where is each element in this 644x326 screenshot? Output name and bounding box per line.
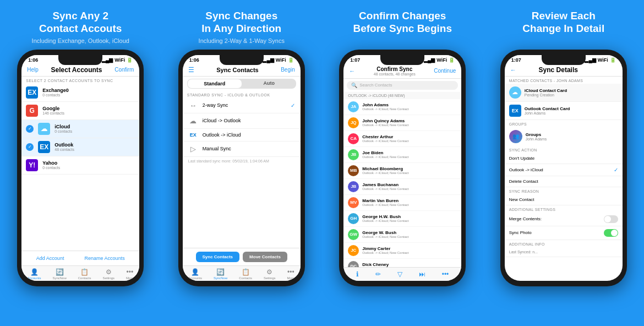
contact-john-adams[interactable]: JA John Adams Outlook -> iCloud; New Con… <box>343 99 461 115</box>
phone-1: 1:06 ▂▄▆ WiFi 🔋 Help Select Accounts Con… <box>17 50 144 286</box>
more-tab-icon: ••• <box>127 268 134 276</box>
twoway-check: ✓ <box>291 102 295 108</box>
add-account-button[interactable]: Add Account <box>36 256 64 261</box>
action-outlook-icloud[interactable]: Outlook -> iCloud ✓ <box>505 164 623 176</box>
sync-option-manual[interactable]: ▷ Manual Sync <box>183 142 301 157</box>
info-jb: Joe Biden Outlook -> iCloud; New Contact <box>362 150 457 159</box>
more-icon-3[interactable]: ••• <box>442 270 449 278</box>
info-jqa: John Quincy Adams Outlook -> iCloud; New… <box>362 118 457 127</box>
tab-settings-1[interactable]: ⚙ Settings <box>102 268 114 280</box>
back-arrow-4[interactable]: ← <box>510 67 516 73</box>
account-exchange[interactable]: EX Exchange0 0 contacts <box>21 84 139 102</box>
accounts-tab-label: Accounts <box>28 276 41 280</box>
continue-button[interactable]: Continue <box>434 68 456 74</box>
account-outlook[interactable]: ✓ EX Outlook 48 contacts <box>21 138 139 156</box>
sub-jbuc: Outlook -> iCloud; New Contact <box>362 187 457 191</box>
outlook-name: Outlook <box>54 142 135 148</box>
phone-4-notch <box>542 55 586 65</box>
twoway-label: 2-way Sync <box>203 102 286 108</box>
tab-accounts-1[interactable]: 👤 Accounts <box>28 268 41 280</box>
avatar-jc: JC <box>348 245 359 256</box>
contact-vanburen[interactable]: MV Martin Van Buren Outlook -> iCloud; N… <box>343 195 461 211</box>
nav-center-3: Confirm Sync <box>355 66 434 72</box>
contact-chester-arthur[interactable]: CA Chester Arthur Outlook -> iCloud; New… <box>343 131 461 147</box>
action-dont-update[interactable]: Don't Update <box>505 153 623 164</box>
sync-option-outlook-icloud[interactable]: EX Outlook -> iCloud <box>183 129 301 142</box>
groups-header: GROUPS <box>505 120 623 127</box>
name-jb: Joe Biden <box>362 150 457 155</box>
panel-4: Review EachChange In Detail 1:07 ▂▄▆ WiF… <box>483 0 645 326</box>
hamburger-icon[interactable]: ☰ <box>188 66 194 74</box>
auto-segment[interactable]: Auto <box>242 79 296 89</box>
panel-1-title: Sync Any 2Contact Accouts <box>39 10 122 35</box>
phone-3-notch <box>380 55 424 65</box>
nav-help[interactable]: Help <box>27 67 39 73</box>
avatar-mv: MV <box>348 197 359 208</box>
sub-ca: Outlook -> iCloud; New Contact <box>362 139 457 143</box>
back-arrow-3[interactable]: ← <box>349 68 355 74</box>
google-name: Google <box>42 106 135 111</box>
last-sync-text: Last standard sync more: 05/02/19, 1:04:… <box>183 157 301 165</box>
icloud-card-info: iCloud Contact Card Pending Creation <box>525 88 567 97</box>
additional-info-header: ADDITIONAL INFO <box>505 240 623 247</box>
settings-tab-label: Settings <box>102 276 114 280</box>
tab-more-1[interactable]: ••• More <box>126 268 134 280</box>
name-john-adams: John Adams <box>362 102 457 107</box>
battery-icon-4: 🔋 <box>610 57 616 63</box>
avatar-jb: JB <box>348 149 359 160</box>
groups-avatar: 👥 <box>509 130 522 143</box>
contact-joe-biden[interactable]: JB Joe Biden Outlook -> iCloud; New Cont… <box>343 147 461 163</box>
tab-syncnow-2[interactable]: 🔄 SyncNow <box>214 268 227 280</box>
panel-1: Sync Any 2Contact Accouts Including Exch… <box>0 0 161 326</box>
avatar-jbuc: JB <box>348 181 359 192</box>
action-delete-contact[interactable]: Delete Contact <box>505 176 623 187</box>
rename-accounts-button[interactable]: Rename Accounts <box>85 256 125 261</box>
account-icloud[interactable]: ✓ ☁ iCloud 0 contacts <box>21 120 139 138</box>
tab-accounts-2[interactable]: 👤 Accounts <box>188 268 202 280</box>
sync-option-2way[interactable]: ↔ 2-way Sync ✓ <box>183 98 301 113</box>
name-jqa: John Quincy Adams <box>362 118 457 123</box>
tab-contacts-1[interactable]: 📋 Contacts <box>78 268 91 280</box>
groups-sub: John Adams <box>526 137 547 141</box>
search-bar-3[interactable]: 🔍 Search Contacts <box>347 81 458 90</box>
info-ca: Chester Arthur Outlook -> iCloud; New Co… <box>362 134 457 143</box>
account-yahoo[interactable]: Y! Yahoo 0 contacts <box>21 156 139 175</box>
info-mb: Michael Bloomberg Outlook -> iCloud; New… <box>362 166 457 175</box>
contact-cheney[interactable]: DC Dick Cheney Outlook -> iCloud; New Co… <box>343 259 461 267</box>
contact-buchanan[interactable]: JB James Buchanan Outlook -> iCloud; New… <box>343 179 461 195</box>
account-google[interactable]: G Google 146 contacts <box>21 102 139 120</box>
tab-contacts-2[interactable]: 📋 Contacts <box>239 268 252 280</box>
contact-carter[interactable]: JC Jimmy Carter Outlook -> iCloud; New C… <box>343 243 461 259</box>
begin-button[interactable]: Begin <box>281 67 295 73</box>
battery-icon-3: 🔋 <box>449 57 455 63</box>
skip-icon-3[interactable]: ⏭ <box>419 270 425 278</box>
outlook-icloud-check: ✓ <box>614 167 618 173</box>
info-icon-3[interactable]: ℹ <box>356 270 359 278</box>
tab-syncnow-1[interactable]: 🔄 SyncNow <box>52 268 66 280</box>
contact-john-quincy-adams[interactable]: JQ John Quincy Adams Outlook -> iCloud; … <box>343 115 461 131</box>
phone-2-screen: 1:06 ▂▄▆ WiFi 🔋 ☰ Sync Contacts Begin St… <box>183 55 301 281</box>
nav-bar-4: ← Sync Details <box>505 64 623 77</box>
sync-reason-header: SYNC REASON <box>505 187 623 194</box>
tab-more-2[interactable]: ••• More <box>287 268 295 280</box>
phone-4-screen: 1:07 ▂▄▆ WiFi 🔋 ← Sync Details MATCHED C… <box>505 55 623 281</box>
sync-contacts-button[interactable]: Sync Contacts <box>196 252 240 262</box>
sync-option-icloud-outlook[interactable]: ☁ iCloud -> Outlook <box>183 113 301 129</box>
contact-ghwbush[interactable]: GH George H.W. Bush Outlook -> iCloud; N… <box>343 211 461 227</box>
info-john-adams: John Adams Outlook -> iCloud; New Contac… <box>362 102 457 111</box>
groups-item: 👥 Groups John Adams <box>505 127 623 146</box>
standard-segment[interactable]: Standard <box>188 79 242 88</box>
sub-ghw: Outlook -> iCloud; New Contact <box>362 219 457 222</box>
edit-icon-3[interactable]: ✏ <box>375 270 381 278</box>
contact-gwbush[interactable]: GW George W. Bush Outlook -> iCloud; New… <box>343 227 461 243</box>
merge-toggle[interactable] <box>604 215 618 223</box>
matched-contacts-header: MATCHED CONTACTS - JOHN ADAMS <box>505 77 623 84</box>
filter-icon-3[interactable]: ▽ <box>397 270 402 278</box>
move-contacts-button[interactable]: Move Contacts <box>243 252 287 262</box>
nav-confirm[interactable]: Confirm <box>114 67 134 73</box>
tab-settings-2[interactable]: ⚙ Settings <box>264 268 276 280</box>
dont-update-label: Don't Update <box>509 156 534 161</box>
contact-bloomberg[interactable]: MB Michael Bloomberg Outlook -> iCloud; … <box>343 163 461 179</box>
photo-toggle[interactable] <box>604 229 618 237</box>
phone-2: 1:06 ▂▄▆ WiFi 🔋 ☰ Sync Contacts Begin St… <box>178 50 305 286</box>
